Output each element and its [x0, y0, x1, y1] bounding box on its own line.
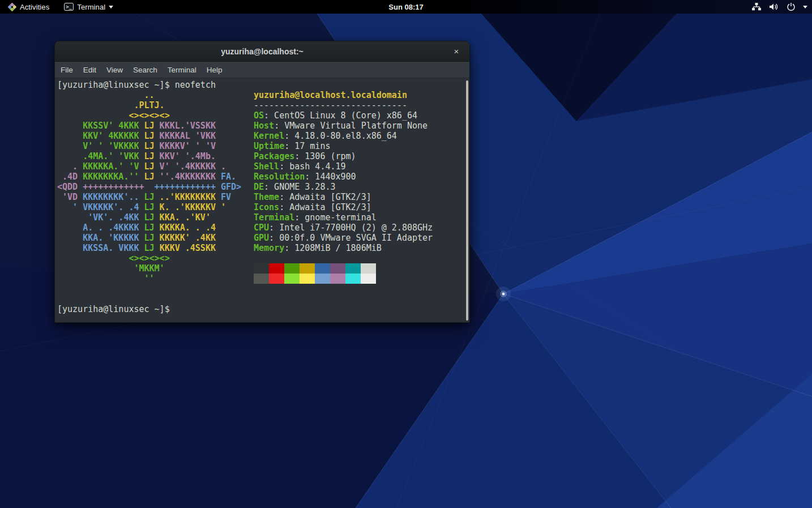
field-value: : 17 mins: [284, 141, 330, 151]
terminal-line: KKA. 'KKKKK LJ KKKKK' .4KK: [57, 233, 241, 243]
term-text-segment: LJ: [144, 202, 155, 212]
field-value: : bash 4.4.19: [279, 161, 345, 172]
field-label: CPU: [254, 223, 269, 233]
field-value: : 00:0f.0 VMware SVGA II Adapter: [269, 233, 433, 243]
palette-swatch: [269, 263, 284, 274]
blank-line: [254, 253, 433, 263]
term-text-segment: V' '.4KKKKK .: [155, 161, 226, 172]
neofetch-field: Resolution: 1440x900: [254, 172, 433, 182]
term-text-segment: <><><><>: [57, 253, 170, 263]
term-text-segment: <><><><>: [57, 110, 170, 121]
volume-icon[interactable]: [769, 2, 779, 11]
field-label: Host: [254, 121, 274, 131]
term-text-segment: LJ: [144, 212, 155, 223]
term-text-segment: LJ: [144, 172, 155, 182]
terminal-line: KKSSV' 4KKK LJ KKKL.'VSSKK: [57, 121, 241, 131]
neofetch-field: OS: CentOS Linux 8 (Core) x86_64: [254, 110, 433, 121]
chevron-down-icon: [109, 6, 113, 8]
window-title-bar[interactable]: yuzuriha@localhost:~ ×: [55, 41, 469, 62]
top-bar: Activities >_ Terminal Sun 08:17: [0, 0, 812, 14]
term-text-segment: ..: [57, 90, 155, 100]
network-icon[interactable]: [751, 2, 762, 11]
term-text-segment: KKKL.'VSSKK: [155, 121, 216, 131]
term-text-segment: .4MA.' 'VKK: [57, 151, 144, 161]
terminal-content[interactable]: [yuzuriha@linuxsec ~]$ neofetch .. .PLTJ…: [55, 78, 469, 322]
neofetch-ascii-art: .. .PLTJ. <><><><> KKSSV' 4KKK LJ KKKL.'…: [57, 90, 241, 284]
terminal-line: .PLTJ.: [57, 100, 241, 110]
palette-swatch: [315, 274, 330, 284]
term-text-segment: KKKKV' ' 'V: [155, 141, 216, 151]
menu-file[interactable]: File: [55, 62, 78, 78]
term-text-segment: [yuzuriha@linuxsec ~]$ neofetch: [57, 80, 216, 90]
neofetch-field: Kernel: 4.18.0-80.el8.x86_64: [254, 131, 433, 141]
palette-swatch: [345, 263, 361, 274]
neofetch-field: Icons: Adwaita [GTK2/3]: [254, 202, 433, 212]
system-menu-chevron-icon[interactable]: [803, 6, 807, 8]
menu-view[interactable]: View: [101, 62, 128, 78]
app-menu-terminal[interactable]: >_ Terminal: [61, 0, 117, 14]
menu-bar: FileEditViewSearchTerminalHelp: [55, 62, 469, 78]
menu-terminal[interactable]: Terminal: [163, 62, 202, 78]
term-text-segment: KKKKKKKA.'': [83, 172, 144, 182]
term-text-segment: FA.: [221, 172, 236, 182]
menu-help[interactable]: Help: [202, 62, 228, 78]
terminal-line: <><><><>: [57, 253, 241, 263]
terminal-line: <><><><>: [57, 110, 241, 121]
term-text-segment: '': [57, 274, 155, 284]
term-text-segment: 'MKKM': [57, 263, 165, 274]
scrollbar-thumb[interactable]: [466, 80, 468, 321]
term-text-segment: KKKKKKKK'..: [83, 192, 144, 202]
terminal-line: ..: [57, 90, 241, 100]
neofetch-field: Host: VMware Virtual Platform None: [254, 121, 433, 131]
term-text-segment: KKSSA. VKKK: [57, 243, 144, 253]
neofetch-field: GPU: 00:0f.0 VMware SVGA II Adapter: [254, 233, 433, 243]
activities-label: Activities: [20, 3, 49, 11]
palette-swatch: [284, 263, 300, 274]
field-label: Memory: [254, 243, 284, 253]
neofetch-info: yuzuriha@localhost.localdomain----------…: [254, 90, 433, 284]
term-text-segment: KKV' 4KKKKK: [57, 131, 144, 141]
neofetch-field: Terminal: gnome-terminal: [254, 212, 433, 223]
terminal-line: 'MKKM': [57, 263, 241, 274]
palette-swatch: [330, 263, 345, 274]
field-value: : gnome-terminal: [294, 212, 377, 223]
neofetch-field: Shell: bash 4.4.19: [254, 161, 433, 172]
field-label: GPU: [254, 233, 269, 243]
centos-logo-icon: [8, 3, 16, 11]
color-palette-row-2: [254, 274, 433, 284]
term-text-segment: LJ: [144, 121, 155, 131]
field-label: Terminal: [254, 212, 294, 223]
app-menu-label: Terminal: [77, 3, 105, 11]
field-label: DE: [254, 182, 264, 192]
neofetch-title: yuzuriha@localhost.localdomain: [254, 90, 433, 100]
field-label: Packages: [254, 151, 294, 161]
field-value: : 1306 (rpm): [294, 151, 356, 161]
palette-swatch: [254, 274, 269, 284]
terminal-line: ' VKKKKK'. .4 LJ K. .'KKKKKV ': [57, 202, 241, 212]
palette-swatch: [361, 274, 376, 284]
terminal-line: . KKKKKA.' 'V LJ V' '.4KKKKK .: [57, 161, 241, 172]
term-text-segment: <QDD ++++++++++++: [57, 182, 149, 192]
field-value: : 4.18.0-80.el8.x86_64: [284, 131, 397, 141]
menu-edit[interactable]: Edit: [78, 62, 101, 78]
field-label: Kernel: [254, 131, 284, 141]
field-label: OS: [254, 110, 264, 121]
power-icon[interactable]: [787, 2, 796, 11]
clock[interactable]: Sun 08:17: [0, 3, 812, 11]
activities-button[interactable]: Activities: [5, 0, 53, 14]
term-text-segment: ' VKKKKK'. .4: [57, 202, 144, 212]
term-text-segment: ''.4KKKKKKK: [155, 172, 221, 182]
field-value: : 1440x900: [305, 172, 356, 182]
term-text-segment: KKKKAL 'VKK: [155, 131, 216, 141]
term-text-segment: [yuzuriha@linuxsec ~]$: [57, 304, 170, 314]
color-palette-row-1: [254, 263, 433, 274]
term-text-segment: V' ' 'VKKKK: [57, 141, 144, 151]
neofetch-underline: ------------------------------: [254, 100, 433, 110]
close-button[interactable]: ×: [449, 44, 464, 59]
neofetch-field: CPU: Intel i7-7700HQ (2) @ 2.808GHz: [254, 223, 433, 233]
terminal-line: .4MA.' 'VKK LJ KKV' '.4Mb.: [57, 151, 241, 161]
menu-search[interactable]: Search: [128, 62, 163, 78]
term-text-segment: LJ: [144, 243, 160, 253]
field-value: : VMware Virtual Platform None: [274, 121, 428, 131]
palette-swatch: [330, 274, 345, 284]
